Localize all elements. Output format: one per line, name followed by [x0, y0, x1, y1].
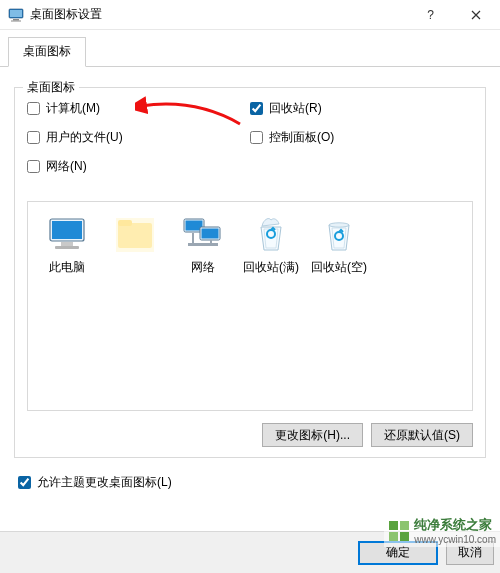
checkbox-network-input[interactable]	[27, 160, 40, 173]
svg-rect-14	[202, 229, 219, 239]
close-button[interactable]	[453, 0, 498, 29]
svg-rect-16	[192, 233, 194, 244]
checkbox-network-label: 网络(N)	[46, 158, 87, 175]
icon-recyclebin-empty-label: 回收站(空)	[306, 260, 372, 274]
icon-preview-list[interactable]: 此电脑	[27, 201, 473, 411]
watermark: 纯净系统之家 www.ycwin10.com	[384, 514, 500, 547]
network-icon	[182, 217, 224, 253]
tab-desktop-icons[interactable]: 桌面图标	[8, 37, 86, 67]
icon-network-label: 网络	[170, 260, 236, 274]
svg-rect-2	[13, 19, 19, 21]
checkbox-controlpanel-input[interactable]	[250, 131, 263, 144]
checkbox-recyclebin-input[interactable]	[250, 102, 263, 115]
checkbox-computer-input[interactable]	[27, 102, 40, 115]
icon-placeholder[interactable]	[102, 216, 168, 260]
svg-rect-21	[389, 532, 398, 541]
group-desktop-icons: 桌面图标 计算机(M) 用户的文件(U) 网络(N)	[14, 87, 486, 458]
svg-rect-20	[400, 521, 409, 530]
checkbox-allow-themes[interactable]: 允许主题更改桌面图标(L)	[18, 474, 486, 491]
svg-rect-7	[55, 246, 79, 249]
checkbox-allow-themes-label: 允许主题更改桌面图标(L)	[37, 474, 172, 491]
close-icon	[471, 10, 481, 20]
svg-rect-22	[400, 532, 409, 541]
group-title: 桌面图标	[23, 79, 79, 96]
icon-recyclebin-full-label: 回收站(满)	[238, 260, 304, 274]
folder-blur-icon	[116, 218, 154, 252]
checkbox-computer-label: 计算机(M)	[46, 100, 100, 117]
checkbox-recyclebin[interactable]: 回收站(R)	[250, 100, 473, 117]
checkbox-network[interactable]: 网络(N)	[27, 158, 250, 175]
change-icon-button[interactable]: 更改图标(H)...	[262, 423, 363, 447]
tab-strip: 桌面图标	[0, 30, 500, 67]
checkbox-controlpanel-label: 控制面板(O)	[269, 129, 334, 146]
icon-recyclebin-empty[interactable]: 回收站(空)	[306, 216, 372, 274]
app-icon	[8, 7, 24, 23]
help-button[interactable]: ?	[408, 0, 453, 29]
checkbox-userfiles-label: 用户的文件(U)	[46, 129, 123, 146]
svg-rect-3	[11, 20, 21, 21]
icon-this-pc-label: 此电脑	[34, 260, 100, 274]
svg-rect-10	[116, 218, 154, 252]
dialog-content: 桌面图标 计算机(M) 用户的文件(U) 网络(N)	[0, 67, 500, 511]
checkbox-allow-themes-input[interactable]	[18, 476, 31, 489]
checkbox-recyclebin-label: 回收站(R)	[269, 100, 322, 117]
svg-rect-1	[10, 10, 22, 17]
recycle-empty-icon	[322, 217, 356, 253]
watermark-logo-icon	[388, 520, 410, 542]
checkbox-computer[interactable]: 计算机(M)	[27, 100, 250, 117]
title-bar: 桌面图标设置 ?	[0, 0, 500, 30]
recycle-full-icon	[254, 217, 288, 253]
svg-rect-5	[52, 221, 82, 239]
watermark-url: www.ycwin10.com	[414, 534, 496, 545]
checkbox-controlpanel[interactable]: 控制面板(O)	[250, 129, 473, 146]
window-buttons: ?	[408, 0, 498, 29]
icon-button-row: 更改图标(H)... 还原默认值(S)	[27, 423, 473, 447]
icon-network[interactable]: 网络	[170, 216, 236, 274]
svg-rect-6	[61, 242, 73, 246]
icon-recyclebin-full[interactable]: 回收站(满)	[238, 216, 304, 274]
checkbox-userfiles-input[interactable]	[27, 131, 40, 144]
svg-rect-17	[210, 240, 212, 244]
checkbox-userfiles[interactable]: 用户的文件(U)	[27, 129, 250, 146]
svg-rect-19	[389, 521, 398, 530]
watermark-name: 纯净系统之家	[414, 516, 496, 534]
icon-this-pc[interactable]: 此电脑	[34, 216, 100, 274]
monitor-icon	[47, 217, 87, 253]
window-title: 桌面图标设置	[30, 6, 408, 23]
svg-point-18	[329, 223, 349, 227]
restore-defaults-button[interactable]: 还原默认值(S)	[371, 423, 473, 447]
